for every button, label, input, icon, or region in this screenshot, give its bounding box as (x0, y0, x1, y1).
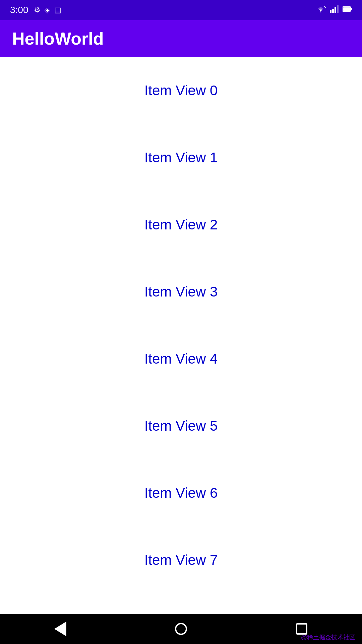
nav-back-button[interactable] (47, 619, 74, 639)
svg-rect-4 (335, 7, 336, 13)
list-item-label: Item View 0 (144, 83, 218, 99)
svg-point-0 (320, 11, 321, 12)
wifi-icon (316, 5, 326, 15)
list-item-label: Item View 1 (144, 150, 218, 166)
gear-icon: ⚙ (34, 6, 41, 14)
status-bar-left: 3:00 ⚙ ◈ ▤ (10, 5, 61, 15)
list-item-label: Item View 6 (144, 485, 218, 501)
list-item[interactable]: Item View 5 (0, 392, 362, 460)
list-container: Item View 0 Item View 1 Item View 2 Item… (0, 57, 362, 614)
list-item[interactable]: Item View 0 (0, 57, 362, 124)
svg-rect-7 (351, 8, 352, 10)
svg-rect-2 (330, 10, 331, 13)
list-item-label: Item View 7 (144, 552, 218, 568)
svg-rect-8 (343, 7, 350, 11)
nav-bar: @稀土掘金技术社区 (0, 614, 362, 644)
status-time: 3:00 (10, 5, 28, 15)
app-title: HelloWorld (12, 29, 104, 49)
back-icon (54, 622, 66, 636)
list-item-label: Item View 5 (144, 418, 218, 434)
status-icons: ⚙ ◈ ▤ (34, 6, 61, 14)
clipboard-icon: ▤ (54, 6, 61, 14)
battery-icon (343, 6, 352, 14)
nav-home-button[interactable] (168, 619, 194, 639)
app-bar: HelloWorld (0, 20, 362, 57)
list-item[interactable]: Item View 4 (0, 325, 362, 392)
recent-icon (296, 623, 307, 635)
svg-rect-5 (337, 5, 339, 13)
watermark: @稀土掘金技术社区 (301, 633, 355, 641)
status-bar-right (316, 5, 352, 15)
list-item[interactable]: Item View 2 (0, 191, 362, 258)
svg-line-1 (324, 6, 326, 8)
home-icon (175, 623, 187, 635)
signal-icon (330, 5, 339, 15)
list-item[interactable]: Item View 3 (0, 258, 362, 325)
shield-icon: ◈ (45, 6, 50, 14)
list-item[interactable]: Item View 1 (0, 124, 362, 191)
status-bar: 3:00 ⚙ ◈ ▤ (0, 0, 362, 20)
svg-rect-3 (332, 9, 334, 13)
content-area: Item View 0 Item View 1 Item View 2 Item… (0, 57, 362, 614)
list-item[interactable]: Item View 7 (0, 527, 362, 594)
list-item[interactable]: Item View 6 (0, 460, 362, 527)
list-item-label: Item View 2 (144, 217, 218, 233)
list-item-label: Item View 4 (144, 351, 218, 367)
list-item-label: Item View 3 (144, 284, 218, 300)
